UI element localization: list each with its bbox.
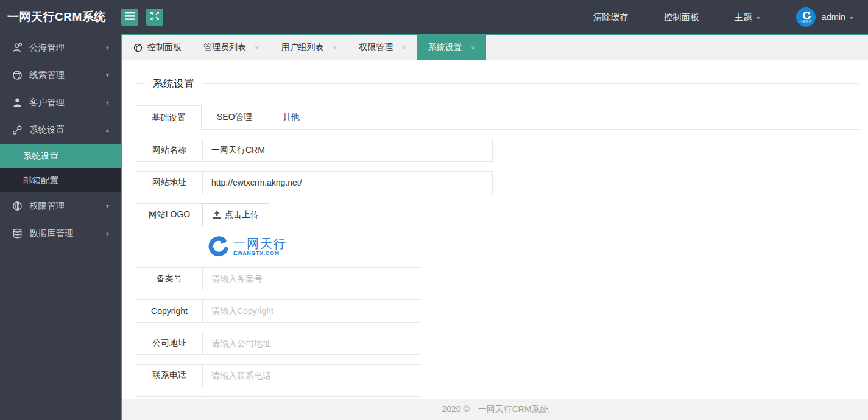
tab-permissions[interactable]: 权限管理 [348, 35, 417, 60]
sidebar-item-leads[interactable]: 线索管理 [0, 61, 121, 89]
legend-line-left [136, 83, 145, 84]
chevron-up-icon [105, 127, 110, 133]
sidebar-item-label: 公海管理 [29, 42, 65, 54]
window-tab-bar: 控制面板 管理员列表 用户组列表 权限管理 系统设置 [122, 35, 868, 60]
tab-admin-list[interactable]: 管理员列表 [192, 35, 270, 60]
fullscreen-button[interactable] [146, 9, 163, 26]
form-row-site-url: 网站地址 [136, 171, 859, 194]
site-name-input[interactable] [202, 139, 493, 162]
avatar-logo-icon [801, 12, 811, 20]
sidebar-subitem-mail-config[interactable]: 邮箱配置 [0, 168, 121, 192]
avatar[interactable]: 一网天行 [796, 7, 816, 27]
top-bar: 一网天行CRM系统 清除缓存 控制面板 主题 一网天行 admin [0, 0, 868, 34]
globe-grid-icon [12, 201, 23, 211]
legend-line-right [202, 83, 859, 84]
upload-button-label: 点击上传 [225, 209, 259, 220]
main-area: 控制面板 管理员列表 用户组列表 权限管理 系统设置 系统设置 [121, 34, 868, 420]
site-logo-title: 一网天行 [233, 237, 287, 250]
settings-tab-group: 基础设置 SEO管理 其他 [136, 105, 859, 130]
sidebar-subitem-system-settings[interactable]: 系统设置 [0, 144, 121, 168]
fullscreen-icon [150, 12, 159, 23]
chevron-down-icon [105, 100, 110, 106]
user-badge-icon [12, 43, 23, 53]
hamburger-icon [125, 12, 135, 23]
tab-label: 用户组列表 [281, 42, 324, 53]
tab-label: 权限管理 [359, 42, 393, 53]
site-logo-mark-icon [204, 236, 228, 257]
sidebar-item-public-sea[interactable]: 公海管理 [0, 34, 121, 61]
chevron-down-icon [105, 72, 110, 79]
field-label: 网站地址 [136, 171, 203, 194]
globe-icon [133, 43, 143, 52]
chevron-down-icon [105, 203, 110, 209]
field-label: 联系电话 [136, 364, 203, 387]
close-icon[interactable] [255, 43, 259, 52]
sidebar-item-permissions[interactable]: 权限管理 [0, 192, 121, 220]
content-panel: 系统设置 基础设置 SEO管理 其他 网站名称 网站地址 网站LOGO [122, 60, 868, 399]
form-row-site-logo: 网站LOGO 点击上传 [136, 203, 859, 226]
tab-seo-management[interactable]: SEO管理 [202, 105, 267, 129]
icp-input[interactable] [202, 267, 420, 290]
database-icon [12, 228, 23, 239]
field-label: 网站LOGO [136, 203, 203, 226]
sidebar-item-label: 数据库管理 [29, 228, 74, 239]
copyright-input[interactable] [202, 299, 420, 323]
site-logo-domain: EWANGTX.COM [233, 250, 287, 256]
settings-form: 网站名称 网站地址 网站LOGO 点击上传 [136, 139, 859, 399]
site-url-input[interactable] [202, 171, 493, 194]
user-menu[interactable]: admin [822, 12, 854, 22]
tab-system-settings[interactable]: 系统设置 [417, 35, 487, 60]
form-row-company-address: 公司地址 [136, 332, 859, 355]
field-label: 公司地址 [136, 332, 203, 355]
sidebar-item-label: 线索管理 [29, 69, 65, 81]
form-row-site-name: 网站名称 [136, 139, 859, 162]
tab-label: 管理员列表 [203, 42, 246, 53]
company-address-input[interactable] [202, 332, 420, 355]
sidebar-item-label: 权限管理 [29, 200, 65, 212]
user-icon [12, 97, 23, 108]
page-title-legend: 系统设置 [136, 77, 859, 91]
upload-button[interactable]: 点击上传 [202, 203, 269, 226]
field-label: 备案号 [136, 267, 203, 290]
tab-label: 系统设置 [428, 42, 462, 53]
tab-user-group-list[interactable]: 用户组列表 [270, 35, 348, 60]
contact-phone-input[interactable] [202, 364, 420, 387]
sidebar-subitem-label: 系统设置 [23, 150, 58, 162]
tab-dashboard[interactable]: 控制面板 [122, 35, 192, 60]
tab-other[interactable]: 其他 [267, 105, 315, 129]
footer-text: 2020 © 一网天行CRM系统 [442, 404, 548, 415]
sidebar-item-system-settings[interactable]: 系统设置 [0, 116, 121, 144]
nodes-icon [12, 125, 23, 135]
theme-dropdown[interactable]: 主题 [735, 12, 761, 23]
upload-icon [213, 211, 221, 219]
app-title: 一网天行CRM系统 [0, 9, 121, 25]
close-icon[interactable] [401, 43, 406, 52]
collapse-menu-button[interactable] [121, 9, 138, 26]
tab-label: 控制面板 [147, 42, 182, 53]
tab-basic-settings[interactable]: 基础设置 [136, 105, 202, 130]
sidebar-subitem-label: 邮箱配置 [23, 175, 58, 186]
clear-cache-link[interactable]: 清除缓存 [593, 12, 629, 23]
control-panel-link[interactable]: 控制面板 [664, 12, 699, 23]
page-title: 系统设置 [145, 77, 202, 91]
chevron-down-icon [105, 45, 110, 51]
close-icon[interactable] [471, 43, 476, 52]
close-icon[interactable] [333, 43, 337, 52]
form-row-contact-phone: 联系电话 [136, 364, 859, 387]
form-row-copyright: Copyright [136, 299, 859, 323]
field-label: Copyright [136, 299, 203, 323]
sidebar-item-database[interactable]: 数据库管理 [0, 220, 121, 247]
sidebar-item-label: 系统设置 [29, 124, 65, 136]
top-nav: 清除缓存 控制面板 主题 一网天行 admin [593, 7, 868, 27]
field-label: 网站名称 [136, 139, 203, 162]
form-row-icp: 备案号 [136, 267, 859, 290]
site-logo-text: 一网天行 EWANGTX.COM [233, 237, 287, 256]
globe-icon [12, 70, 23, 80]
sidebar: 公海管理 线索管理 客户管理 系统设置 系统设置 [0, 34, 121, 420]
sidebar-item-customers[interactable]: 客户管理 [0, 89, 121, 116]
site-logo-preview: 一网天行 EWANGTX.COM [204, 236, 859, 257]
avatar-logo-text: 一网天行 [800, 20, 812, 23]
footer: 2020 © 一网天行CRM系统 [122, 399, 868, 420]
sidebar-item-label: 客户管理 [29, 97, 65, 108]
chevron-down-icon [105, 231, 110, 237]
